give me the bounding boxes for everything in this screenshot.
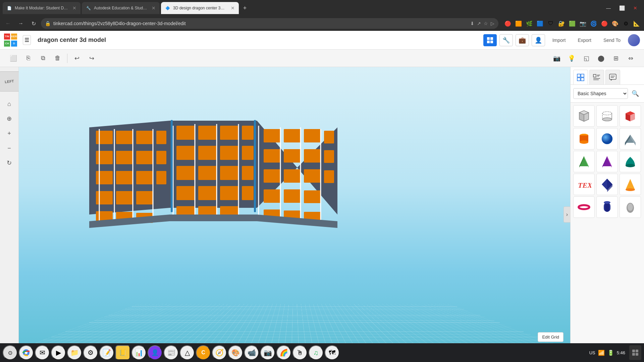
browser-tab-3[interactable]: 🔷 3D design dragon center 3d mod... ✕ <box>161 2 239 14</box>
grid-view-button[interactable] <box>483 34 497 46</box>
shape-cone-yellow[interactable] <box>620 174 641 195</box>
browser-tab-2[interactable]: 🔧 Autodesk Education & Student A... ✕ <box>82 2 160 14</box>
import-button[interactable]: Import <box>548 36 571 45</box>
download-icon[interactable]: ⬇ <box>470 21 474 26</box>
shape-egg[interactable] <box>620 196 641 218</box>
list-view-button[interactable]: ☰ <box>23 35 31 45</box>
share-icon[interactable]: ↗ <box>477 21 481 26</box>
panel-collapse-button[interactable]: › <box>564 206 570 223</box>
taskbar-maps-button[interactable]: 🗺 <box>325 345 339 360</box>
shapes-list-tab[interactable] <box>589 70 604 84</box>
ext-8[interactable]: 📷 <box>578 19 588 28</box>
taskbar-sheets-button[interactable]: 📊 <box>131 345 146 360</box>
edit-grid-button[interactable]: Edit Grid <box>538 332 564 342</box>
cast-icon[interactable]: ▷ <box>491 21 494 26</box>
export-button[interactable]: Export <box>573 36 596 45</box>
tab3-close[interactable]: ✕ <box>231 5 235 11</box>
shape-cylinder-hole[interactable] <box>596 105 618 127</box>
taskbar-cursor-button[interactable]: 🖱 <box>292 345 307 360</box>
ext-2[interactable]: 🟧 <box>514 19 523 28</box>
new-tab-button[interactable]: + <box>240 3 250 13</box>
taskbar-files-button[interactable]: 📁 <box>67 345 82 360</box>
view-cube[interactable]: LEFT <box>0 70 21 93</box>
taskbar-slides-button[interactable]: 📰 <box>164 345 178 360</box>
shape-wedge[interactable] <box>620 128 641 149</box>
tools-button[interactable]: 🔧 <box>499 34 513 46</box>
ext-9[interactable]: 🌀 <box>589 19 598 28</box>
shape-text[interactable]: TEXT <box>573 174 595 195</box>
ext-4[interactable]: 🟦 <box>535 19 545 28</box>
shape-cylinder[interactable] <box>573 128 595 149</box>
light-button[interactable]: 💡 <box>565 52 578 65</box>
user-avatar[interactable] <box>628 34 640 46</box>
shape-paraboloid[interactable] <box>620 151 641 172</box>
taskbar-gmail-button[interactable]: ✉ <box>35 345 50 360</box>
shapes-grid-tab[interactable] <box>573 70 588 84</box>
tab2-close[interactable]: ✕ <box>152 5 156 11</box>
close-button[interactable]: ✕ <box>629 3 641 13</box>
account-button[interactable]: 👤 <box>532 34 545 46</box>
shape-pipe[interactable] <box>596 196 618 218</box>
bookmark-icon[interactable]: ☆ <box>484 21 488 26</box>
briefcase-button[interactable]: 💼 <box>516 34 529 46</box>
view-cube-face[interactable]: LEFT <box>0 71 19 92</box>
taskbar-purple-button[interactable]: 👤 <box>148 345 162 360</box>
ext-3[interactable]: 🌿 <box>525 19 534 28</box>
shape-box-hole[interactable] <box>573 105 595 127</box>
redo-button[interactable]: ↪ <box>85 52 98 65</box>
tab1-close[interactable]: ✕ <box>72 5 76 11</box>
taskbar-compass-button[interactable]: 🧭 <box>212 345 227 360</box>
taskbar-chrome-button[interactable] <box>19 345 34 360</box>
taskbar-drive-button[interactable]: △ <box>180 345 195 360</box>
shape-torus[interactable] <box>573 196 595 218</box>
ext-7[interactable]: 🟩 <box>568 19 577 28</box>
maximize-button[interactable]: ⬜ <box>616 3 628 13</box>
ext-10[interactable]: 🔴 <box>600 19 609 28</box>
camera-button[interactable]: 📷 <box>550 52 564 65</box>
shapes-search-button[interactable]: 🔍 <box>629 87 641 100</box>
taskbar-paint-button[interactable]: 🎨 <box>228 345 243 360</box>
zoom-in-button[interactable]: + <box>3 127 16 140</box>
taskbar-notes-button[interactable]: 📒 <box>115 345 130 360</box>
shape-pyramid-green[interactable] <box>573 151 595 172</box>
taskbar-grid-button[interactable] <box>629 345 641 360</box>
duplicate-button[interactable]: ⧉ <box>36 52 50 65</box>
shape-rhombus[interactable] <box>596 174 618 195</box>
browser-tab-1[interactable]: 📄 Make It Modular: Student Design... ✕ <box>3 2 80 14</box>
align-button[interactable]: ◱ <box>580 52 593 65</box>
reload-button[interactable]: ↻ <box>28 18 39 29</box>
ext-5[interactable]: 🛡 <box>546 19 555 28</box>
new-shape-button[interactable]: ⬜ <box>7 52 20 65</box>
ext-12[interactable]: ⚙ <box>621 19 631 28</box>
home-view-button[interactable]: ⌂ <box>3 97 16 111</box>
shape-box[interactable] <box>620 105 641 127</box>
taskbar-meet-button[interactable]: 📹 <box>244 345 259 360</box>
copy-button[interactable]: ⎘ <box>21 52 35 65</box>
rotate-button[interactable]: ↻ <box>3 156 16 170</box>
taskbar-c-button[interactable]: C <box>196 345 211 360</box>
taskbar-power-button[interactable]: ⊙ <box>3 345 17 360</box>
group-button[interactable]: ⬤ <box>594 52 608 65</box>
ext-13[interactable]: 📐 <box>632 19 641 28</box>
shape-sphere[interactable] <box>596 128 618 149</box>
address-bar[interactable]: 🔒 tinkercad.com/things/2vz58y8D4lo-drago… <box>41 18 498 29</box>
forward-button[interactable]: → <box>15 18 26 29</box>
align-objects-button[interactable]: ⊞ <box>609 52 623 65</box>
zoom-out-button[interactable]: − <box>3 141 16 155</box>
delete-button[interactable]: 🗑 <box>51 52 64 65</box>
taskbar-spotify-button[interactable]: ♫ <box>309 345 323 360</box>
fit-view-button[interactable]: ⊕ <box>3 112 16 125</box>
ext-1[interactable]: 🔴 <box>503 19 513 28</box>
viewport[interactable]: Edit Grid Snap Grid 1.0 mm <box>19 67 570 362</box>
taskbar-settings-button[interactable]: ⚙ <box>83 345 98 360</box>
shapes-category-select[interactable]: Basic Shapes Letters Numbers Connectors … <box>573 88 628 99</box>
ext-6[interactable]: 🔐 <box>557 19 566 28</box>
taskbar-docs-button[interactable]: 📝 <box>99 345 114 360</box>
undo-button[interactable]: ↩ <box>70 52 84 65</box>
ext-11[interactable]: 🎨 <box>610 19 620 28</box>
shape-pyramid-purple[interactable] <box>596 151 618 172</box>
taskbar-rainbow-button[interactable]: 🌈 <box>276 345 291 360</box>
back-button[interactable]: ← <box>3 18 13 29</box>
send-to-button[interactable]: Send To <box>599 36 625 45</box>
taskbar-play-button[interactable]: ▶ <box>51 345 66 360</box>
